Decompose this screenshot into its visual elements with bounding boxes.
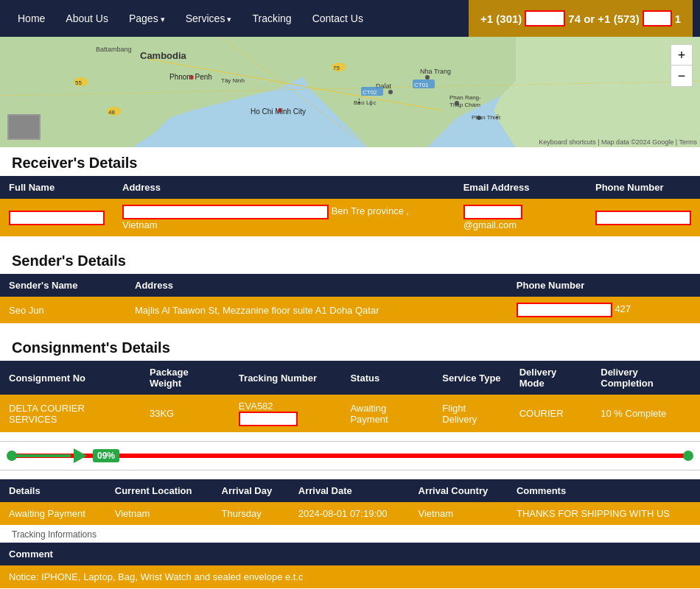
svg-text:Phnom Penh: Phnom Penh (169, 73, 212, 81)
sender-table: Sender's Name Address Phone Number Seo J… (0, 274, 700, 323)
con-col-completion: Delivery Completion (592, 361, 700, 395)
sender-col-address: Address (126, 274, 508, 297)
con-col-service: Service Type (433, 361, 510, 395)
sender-col-phone: Phone Number (508, 274, 700, 297)
receiver-phone-cell (587, 199, 700, 236)
sender-address-cell: Majlis Al Taawon St, Mezzanine floor sui… (126, 297, 508, 323)
zoom-out-button[interactable]: − (671, 66, 692, 86)
tracking-info-table: Details Current Location Arrival Day Arr… (0, 479, 700, 525)
receiver-row: Ben Tre province , Vietnam @gmail.com (0, 199, 700, 236)
svg-text:55: 55 (75, 80, 82, 86)
svg-point-10 (388, 90, 393, 94)
track-location-cell: Vietnam (106, 502, 213, 525)
phone-text1: +1 (301) (480, 13, 522, 25)
track-col-location: Current Location (106, 479, 213, 502)
comment-text-cell: Notice: IPHONE, Laptop, Bag, Wrist Watch… (0, 565, 700, 588)
con-no-cell: DELTA COURIER SERVICES (0, 395, 141, 432)
sender-section-title: Sender's Details (0, 245, 700, 274)
sender-name-cell: Seo Jun (0, 297, 126, 323)
track-col-date: Arrival Date (290, 479, 410, 502)
svg-text:Tây Ninh: Tây Ninh (221, 77, 245, 84)
svg-text:Tháp Chàm: Tháp Chàm (449, 102, 480, 108)
consignment-table: Consignment No Package Weight Tracking N… (0, 361, 700, 432)
progress-label: 09% (93, 449, 119, 462)
receiver-col-email: Email Address (455, 176, 587, 199)
progress-line (12, 454, 71, 457)
progress-track: 09% (12, 454, 688, 458)
comment-row: Notice: IPHONE, Laptop, Bag, Wrist Watch… (0, 565, 700, 588)
map-attribution: Keyboard shortcuts | Map data ©2024 Goog… (539, 138, 697, 146)
consignment-section-title: Consignment's Details (0, 332, 700, 361)
track-country-cell: Vietnam (410, 502, 508, 525)
con-completion-cell: 10 % Complete (592, 395, 700, 432)
con-tracking-prefix: EVA582 (239, 401, 273, 412)
progress-arrow-container: 09% (12, 448, 119, 463)
zoom-in-button[interactable]: + (671, 45, 692, 66)
consignment-row: DELTA COURIER SERVICES 33KG EVA582 Await… (0, 395, 700, 432)
map-thumbnail (7, 114, 41, 140)
svg-text:CT02: CT02 (363, 89, 377, 96)
receiver-col-address: Address (113, 176, 455, 199)
receiver-address-redacted (122, 205, 329, 219)
track-date-cell: 2024-08-01 07:19:00 (290, 502, 410, 525)
con-service-cell: Flight Delivery (433, 395, 510, 432)
nav-contact[interactable]: Contact Us (302, 0, 374, 37)
phone-banner: +1 (301) 74 or +1 (573) 1 (469, 0, 693, 37)
svg-text:48: 48 (108, 109, 115, 116)
receiver-section-title: Receiver's Details (0, 147, 700, 176)
track-col-details: Details (0, 479, 106, 502)
map-zoom-controls[interactable]: + − (671, 44, 693, 87)
con-tracking-cell: EVA582 (230, 395, 342, 432)
phone-text2: 74 or +1 (573) (568, 13, 639, 25)
svg-text:Battambang: Battambang (96, 46, 132, 53)
con-weight-cell: 33KG (141, 395, 230, 432)
receiver-col-phone: Phone Number (587, 176, 700, 199)
phone-redacted2 (643, 10, 672, 27)
progress-arrow-icon (74, 448, 87, 463)
tracking-info-label: Tracking Informations (0, 525, 700, 543)
svg-text:Phan Rang-: Phan Rang- (449, 94, 481, 101)
receiver-email-redacted (463, 205, 522, 219)
svg-point-9 (425, 75, 430, 80)
svg-text:Ho Chi Minh City: Ho Chi Minh City (251, 107, 306, 116)
receiver-phone-redacted (595, 211, 691, 225)
comment-section: Comment Notice: IPHONE, Laptop, Bag, Wri… (0, 543, 700, 588)
con-col-mode: Delivery Mode (511, 361, 592, 395)
receiver-email-cell: @gmail.com (455, 199, 587, 236)
svg-marker-3 (494, 37, 700, 147)
nav-about[interactable]: About Us (55, 0, 119, 37)
nav-tracking[interactable]: Tracking (242, 0, 301, 37)
svg-text:Bảo Lộc: Bảo Lộc (354, 99, 376, 106)
sender-row: Seo Jun Majlis Al Taawon St, Mezzanine f… (0, 297, 700, 323)
svg-text:75: 75 (333, 65, 340, 71)
navbar: Home About Us Pages Services Tracking Co… (0, 0, 700, 37)
track-details-cell: Awaiting Payment (0, 502, 106, 525)
con-col-weight: Package Weight (141, 361, 230, 395)
svg-text:CT01: CT01 (414, 82, 429, 88)
con-status-cell: Awaiting Payment (341, 395, 433, 432)
comment-table: Comment Notice: IPHONE, Laptop, Bag, Wri… (0, 543, 700, 588)
tracking-info-row: Awaiting Payment Vietnam Thursday 2024-0… (0, 502, 700, 525)
sender-phone-redacted (517, 303, 612, 317)
receiver-email-suffix: @gmail.com (463, 219, 517, 230)
con-col-status: Status (341, 361, 433, 395)
svg-text:Cambodia: Cambodia (140, 50, 187, 61)
receiver-table: Full Name Address Email Address Phone Nu… (0, 176, 700, 236)
svg-text:Nha Trang: Nha Trang (420, 68, 451, 75)
nav-pages[interactable]: Pages (119, 0, 175, 38)
nav-services[interactable]: Services (175, 0, 242, 38)
con-col-no: Consignment No (0, 361, 141, 395)
con-mode-cell: COURIER (511, 395, 592, 432)
receiver-fullname-cell (0, 199, 113, 236)
con-tracking-redacted (239, 412, 298, 426)
track-col-day: Arrival Day (213, 479, 290, 502)
map-area: Cambodia Phnom Penh Battambang Ho Chi Mi… (0, 37, 700, 147)
receiver-fullname-redacted (9, 211, 105, 225)
nav-home[interactable]: Home (7, 0, 55, 37)
sender-col-name: Sender's Name (0, 274, 126, 297)
track-comments-cell: THANKS FOR SHIPPING WITH US (508, 502, 700, 525)
con-col-tracking: Tracking Number (230, 361, 342, 395)
comment-header: Comment (0, 543, 700, 565)
svg-text:Phan Thiết: Phan Thiết (472, 114, 501, 121)
progress-end-dot (683, 451, 693, 461)
